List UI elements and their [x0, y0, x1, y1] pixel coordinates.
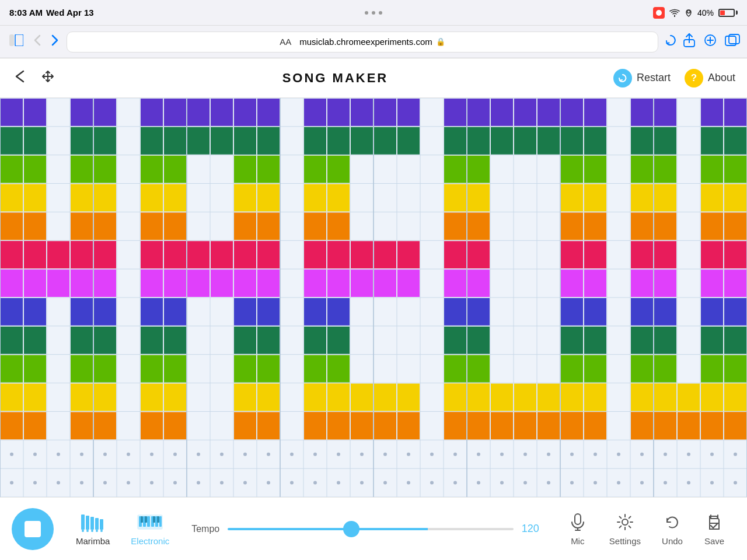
undo-label: Undo — [662, 536, 683, 546]
save-button[interactable]: Save — [693, 507, 735, 551]
battery-pct: 40% — [697, 8, 714, 18]
undo-button[interactable]: Undo — [651, 507, 693, 551]
save-label: Save — [704, 536, 724, 546]
electronic-button[interactable]: Electronic — [120, 507, 180, 551]
undo-icon — [662, 512, 683, 533]
svg-rect-28 — [575, 514, 581, 524]
lock-icon: 🔒 — [436, 37, 445, 46]
svg-rect-10 — [95, 518, 99, 530]
settings-label: Settings — [609, 536, 641, 546]
svg-point-15 — [96, 530, 98, 532]
svg-point-12 — [82, 530, 84, 532]
time: 8:03 AM — [9, 8, 43, 18]
svg-rect-26 — [153, 516, 155, 523]
svg-rect-9 — [90, 517, 94, 530]
restart-label: Restart — [637, 72, 671, 84]
tempo-slider[interactable] — [228, 528, 514, 530]
svg-point-16 — [100, 530, 103, 532]
instrument-group: Marimba — [65, 507, 180, 551]
location-icon — [685, 9, 693, 17]
back-home-button[interactable] — [12, 68, 29, 88]
dot1 — [365, 11, 368, 15]
page-title: SONG MAKER — [57, 71, 613, 86]
wifi-icon — [669, 9, 680, 17]
about-button[interactable]: ? About — [685, 69, 735, 88]
svg-point-13 — [86, 530, 89, 532]
app-header: SONG MAKER Restart ? About — [0, 58, 747, 98]
battery-indicator — [718, 9, 738, 17]
dot3 — [379, 11, 382, 15]
forward-button[interactable] — [49, 32, 61, 51]
settings-icon — [615, 512, 636, 533]
save-icon — [704, 512, 725, 533]
header-right: Restart ? About — [613, 69, 735, 88]
electronic-icon — [137, 512, 163, 533]
svg-rect-20 — [147, 516, 150, 527]
svg-point-0 — [687, 10, 690, 13]
marimba-button[interactable]: Marimba — [65, 507, 120, 551]
stop-icon — [25, 521, 41, 537]
stop-button[interactable] — [12, 508, 54, 550]
bottom-toolbar: Marimba — [0, 497, 747, 560]
browser-actions — [683, 33, 740, 51]
new-tab-button[interactable] — [704, 34, 717, 50]
electronic-label: Electronic — [131, 536, 169, 546]
marimba-label: Marimba — [76, 536, 110, 546]
svg-rect-27 — [157, 516, 159, 523]
status-center — [365, 11, 382, 15]
url-text: musiclab.chromeexperiments.com — [299, 37, 432, 47]
song-grid-canvas[interactable] — [0, 98, 747, 497]
svg-point-14 — [91, 530, 93, 532]
tempo-value: 120 — [522, 523, 545, 535]
svg-rect-2 — [15, 34, 23, 46]
svg-rect-7 — [81, 514, 85, 530]
move-tool-button[interactable] — [39, 67, 57, 89]
song-grid-container[interactable] — [0, 98, 747, 497]
svg-point-29 — [622, 519, 628, 525]
date: Wed Apr 13 — [46, 8, 94, 18]
about-icon: ? — [685, 69, 703, 88]
main-content: SONG MAKER Restart ? About — [0, 58, 747, 560]
tabs-button[interactable] — [725, 34, 740, 50]
status-right: 40% — [653, 7, 738, 19]
marimba-icon — [80, 512, 106, 533]
svg-rect-8 — [86, 516, 89, 530]
url-bar[interactable]: AA musiclab.chromeexperiments.com 🔒 — [67, 32, 658, 52]
status-bar: 8:03 AM Wed Apr 13 40% — [0, 0, 747, 26]
svg-rect-11 — [100, 519, 103, 530]
svg-rect-23 — [159, 516, 162, 527]
status-left: 8:03 AM Wed Apr 13 — [9, 8, 94, 18]
mic-label: Mic — [571, 536, 584, 546]
browser-bar: AA musiclab.chromeexperiments.com 🔒 — [0, 26, 747, 58]
recording-indicator — [653, 7, 665, 19]
mic-button[interactable]: Mic — [557, 507, 599, 551]
reload-button[interactable] — [664, 34, 677, 50]
tempo-group: Tempo 120 — [180, 523, 557, 535]
mic-icon — [567, 512, 588, 533]
back-button[interactable] — [32, 32, 43, 51]
dot2 — [372, 11, 375, 15]
right-controls: Mic Settings Undo — [557, 507, 735, 551]
share-button[interactable] — [683, 33, 696, 51]
settings-button[interactable]: Settings — [599, 507, 651, 551]
header-left — [12, 67, 57, 89]
restart-button[interactable]: Restart — [613, 69, 671, 88]
svg-rect-1 — [9, 34, 14, 46]
svg-rect-25 — [145, 516, 147, 523]
svg-rect-24 — [141, 516, 143, 523]
restart-icon — [613, 69, 632, 88]
sidebar-toggle[interactable] — [7, 32, 26, 51]
tempo-label: Tempo — [191, 524, 219, 534]
about-label: About — [708, 72, 735, 84]
aa-text: AA — [280, 37, 291, 47]
